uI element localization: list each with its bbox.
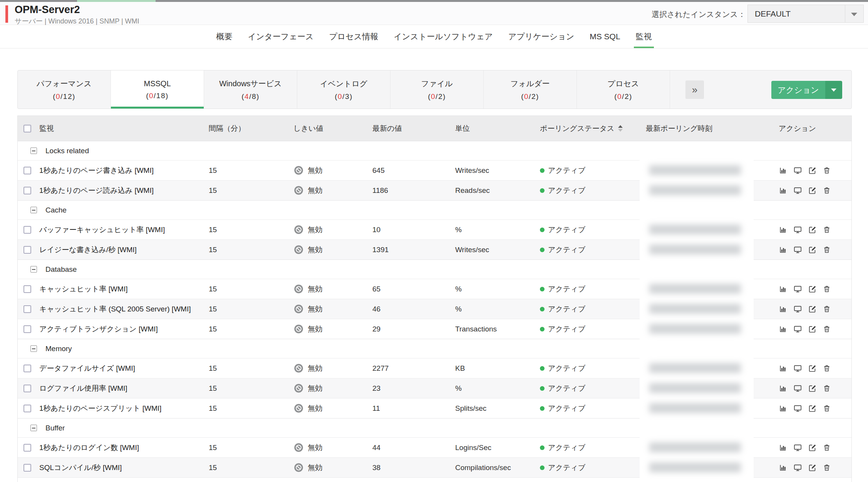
monitor-icon[interactable] [793, 246, 802, 254]
bar-chart-icon[interactable] [779, 305, 787, 313]
edit-icon[interactable] [808, 384, 817, 393]
trash-icon[interactable] [823, 384, 831, 393]
trash-icon[interactable] [823, 444, 831, 452]
edit-icon[interactable] [808, 166, 817, 175]
monitor-icon[interactable] [793, 325, 802, 333]
monitor-icon[interactable] [793, 186, 802, 195]
row-checkbox[interactable] [23, 187, 31, 194]
table-header-row: 監視 間隔（分） しきい値 最新の値 単位 ポーリングステータス 最新ポーリング… [18, 116, 851, 141]
chevron-down-icon[interactable] [845, 5, 863, 22]
nav-tab[interactable]: MS SQL [590, 25, 620, 48]
row-checkbox[interactable] [23, 325, 31, 333]
monitor-icon[interactable] [793, 444, 802, 452]
nav-tab[interactable]: 監視 [636, 25, 652, 48]
trash-icon[interactable] [823, 305, 831, 313]
monitor-icon[interactable] [793, 166, 802, 175]
monitor-icon[interactable] [793, 226, 802, 234]
edit-icon[interactable] [808, 444, 817, 452]
row-checkbox[interactable] [23, 167, 31, 174]
interval-cell: 15 [209, 364, 293, 373]
subtab[interactable]: フォルダー(0/2) [484, 70, 577, 109]
bar-chart-icon[interactable] [779, 285, 787, 293]
monitor-icon[interactable] [793, 384, 802, 393]
trash-icon[interactable] [823, 226, 831, 234]
blurred-text [649, 165, 741, 175]
edit-icon[interactable] [808, 246, 817, 254]
action-dropdown-caret[interactable] [825, 81, 842, 99]
trash-icon[interactable] [823, 285, 831, 293]
instance-dropdown[interactable]: DEFAULT [747, 5, 864, 23]
bar-chart-icon[interactable] [779, 444, 787, 452]
bar-chart-icon[interactable] [779, 166, 787, 175]
subtab[interactable]: イベントログ(0/3) [297, 70, 390, 109]
monitor-name: レイジーな書き込み/秒 [WMI] [39, 245, 209, 255]
row-checkbox[interactable] [23, 405, 31, 412]
subtab[interactable]: パフォーマンス(0/12) [18, 70, 111, 109]
row-checkbox[interactable] [23, 246, 31, 254]
monitor-icon[interactable] [793, 285, 802, 293]
monitor-icon[interactable] [793, 404, 802, 413]
subtab[interactable]: ファイル(0/2) [390, 70, 484, 109]
row-checkbox[interactable] [23, 305, 31, 313]
edit-icon[interactable] [808, 305, 817, 313]
action-button[interactable]: アクション [771, 81, 842, 99]
row-select [18, 187, 39, 194]
row-checkbox[interactable] [23, 226, 31, 234]
bar-chart-icon[interactable] [779, 364, 787, 373]
row-checkbox[interactable] [23, 385, 31, 392]
collapse-icon[interactable] [30, 207, 37, 213]
col-polling-status[interactable]: ポーリングステータス [540, 124, 646, 134]
trash-icon[interactable] [823, 166, 831, 175]
edit-icon[interactable] [808, 364, 817, 373]
subtab[interactable]: MSSQL(0/18) [111, 70, 204, 109]
edit-icon[interactable] [808, 464, 817, 472]
trash-icon[interactable] [823, 186, 831, 195]
latest-value-cell: 38 [372, 464, 455, 472]
trash-icon[interactable] [823, 464, 831, 472]
interval-cell: 15 [209, 166, 293, 175]
row-checkbox[interactable] [23, 464, 31, 472]
edit-icon[interactable] [808, 285, 817, 293]
nav-tab[interactable]: インストールソフトウェア [394, 25, 493, 48]
monitor-icon[interactable] [793, 364, 802, 373]
row-checkbox[interactable] [23, 444, 31, 452]
status-label: アクティブ [548, 383, 585, 393]
bar-chart-icon[interactable] [779, 384, 787, 393]
trash-icon[interactable] [823, 325, 831, 333]
status-dot [540, 366, 545, 371]
trash-icon[interactable] [823, 246, 831, 254]
threshold-label: 無効 [308, 166, 322, 176]
bar-chart-icon[interactable] [779, 464, 787, 472]
bar-chart-icon[interactable] [779, 325, 787, 333]
nav-tab[interactable]: プロセス情報 [329, 25, 378, 48]
sort-icon[interactable] [618, 125, 623, 132]
bar-chart-icon[interactable] [779, 186, 787, 195]
edit-icon[interactable] [808, 226, 817, 234]
interval-cell: 15 [209, 285, 293, 293]
threshold-cell: 無効 [293, 403, 372, 413]
collapse-icon[interactable] [30, 147, 37, 154]
monitor-icon[interactable] [793, 464, 802, 472]
bar-chart-icon[interactable] [779, 404, 787, 413]
collapse-icon[interactable] [30, 425, 37, 431]
trash-icon[interactable] [823, 364, 831, 373]
collapse-icon[interactable] [30, 345, 37, 352]
subtab[interactable]: プロセス(0/2) [577, 70, 670, 109]
monitor-icon[interactable] [793, 305, 802, 313]
select-all-checkbox[interactable] [23, 125, 31, 132]
edit-icon[interactable] [808, 186, 817, 195]
subtab[interactable]: Windowsサービス(4/8) [204, 70, 297, 109]
more-tabs-button[interactable]: » [685, 80, 704, 99]
nav-tab[interactable]: 概要 [216, 25, 232, 48]
edit-icon[interactable] [808, 404, 817, 413]
row-checkbox[interactable] [23, 365, 31, 372]
row-checkbox[interactable] [23, 285, 31, 293]
bar-chart-icon[interactable] [779, 246, 787, 254]
bar-chart-icon[interactable] [779, 226, 787, 234]
trash-icon[interactable] [823, 404, 831, 413]
nav-tab[interactable]: アプリケーション [508, 25, 574, 48]
block-icon [293, 363, 304, 373]
nav-tab[interactable]: インターフェース [248, 25, 313, 48]
collapse-icon[interactable] [30, 266, 37, 273]
edit-icon[interactable] [808, 325, 817, 333]
